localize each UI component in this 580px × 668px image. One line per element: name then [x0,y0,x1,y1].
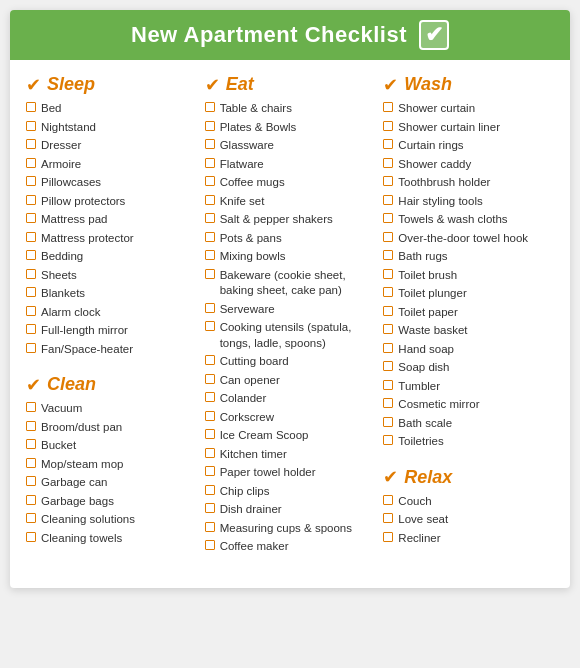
list-item: Pillowcases [26,175,197,191]
checkbox-icon[interactable] [383,306,393,316]
checkbox-icon[interactable] [383,195,393,205]
section-relax: ✔RelaxCouchLove seatRecliner [383,467,554,550]
checkbox-icon[interactable] [205,102,215,112]
list-item: Shower curtain [383,101,554,117]
checkbox-icon[interactable] [205,195,215,205]
checkbox-icon[interactable] [383,398,393,408]
checkbox-icon[interactable] [26,250,36,260]
checkbox-icon[interactable] [383,102,393,112]
checkbox-icon[interactable] [205,303,215,313]
item-text: Nightstand [41,120,197,136]
checkbox-icon[interactable] [205,466,215,476]
checkbox-icon[interactable] [205,121,215,131]
checkbox-icon[interactable] [26,232,36,242]
checkbox-icon[interactable] [205,213,215,223]
checkbox-icon[interactable] [205,374,215,384]
checkbox-icon[interactable] [383,435,393,445]
checkbox-icon[interactable] [383,176,393,186]
list-item: Garbage bags [26,494,197,510]
checkbox-icon[interactable] [26,213,36,223]
list-item: Couch [383,494,554,510]
checkbox-icon[interactable] [26,476,36,486]
checkbox-icon[interactable] [205,250,215,260]
section-title-eat: ✔Eat [205,74,376,95]
checkbox-icon[interactable] [383,380,393,390]
item-text: Toilet paper [398,305,554,321]
checkbox-icon[interactable] [26,343,36,353]
checkbox-icon[interactable] [205,158,215,168]
section-check-icon-eat: ✔ [205,76,220,94]
checkbox-icon[interactable] [383,121,393,131]
list-item: Nightstand [26,120,197,136]
item-text: Cleaning solutions [41,512,197,528]
section-name-wash: Wash [404,74,452,95]
checkbox-icon[interactable] [383,287,393,297]
checkbox-icon[interactable] [26,458,36,468]
checkbox-icon[interactable] [26,102,36,112]
checkbox-icon[interactable] [383,513,393,523]
checkbox-icon[interactable] [205,503,215,513]
checkbox-icon[interactable] [26,287,36,297]
checkbox-icon[interactable] [26,269,36,279]
checkbox-icon[interactable] [383,269,393,279]
item-text: Coffee maker [220,539,376,555]
checkbox-icon[interactable] [383,213,393,223]
checkbox-icon[interactable] [205,139,215,149]
checkbox-icon[interactable] [205,485,215,495]
item-text: Serveware [220,302,376,318]
checkbox-icon[interactable] [26,495,36,505]
checkbox-icon[interactable] [383,532,393,542]
checkbox-icon[interactable] [205,355,215,365]
checkbox-icon[interactable] [383,250,393,260]
list-item: Curtain rings [383,138,554,154]
checkbox-icon[interactable] [383,232,393,242]
checkbox-icon[interactable] [383,158,393,168]
list-item: Corkscrew [205,410,376,426]
checkbox-icon[interactable] [205,448,215,458]
checkbox-icon[interactable] [383,343,393,353]
checkbox-icon[interactable] [26,421,36,431]
checkbox-icon[interactable] [205,232,215,242]
checkbox-icon[interactable] [26,402,36,412]
checkbox-icon[interactable] [26,158,36,168]
item-text: Broom/dust pan [41,420,197,436]
checkbox-icon[interactable] [205,392,215,402]
checkbox-icon[interactable] [383,361,393,371]
list-item: Bucket [26,438,197,454]
item-text: Pots & pans [220,231,376,247]
checkbox-icon[interactable] [205,522,215,532]
item-text: Couch [398,494,554,510]
checkbox-icon[interactable] [26,195,36,205]
checkbox-icon[interactable] [26,139,36,149]
item-text: Garbage can [41,475,197,491]
checkbox-icon[interactable] [205,411,215,421]
list-item: Recliner [383,531,554,547]
item-text: Over-the-door towel hook [398,231,554,247]
item-text: Tumbler [398,379,554,395]
checkbox-icon[interactable] [205,176,215,186]
checkbox-icon[interactable] [26,439,36,449]
checkbox-icon[interactable] [383,495,393,505]
item-text: Garbage bags [41,494,197,510]
item-text: Cleaning towels [41,531,197,547]
list-item: Tumbler [383,379,554,395]
checkbox-icon[interactable] [205,321,215,331]
checkbox-icon[interactable] [26,121,36,131]
list-item: Toiletries [383,434,554,450]
checkbox-icon[interactable] [205,429,215,439]
checkbox-icon[interactable] [26,532,36,542]
item-text: Colander [220,391,376,407]
checkbox-icon[interactable] [205,269,215,279]
checkbox-icon[interactable] [26,513,36,523]
column-0: ✔SleepBedNightstandDresserArmoirePillowc… [26,74,197,572]
checkbox-icon[interactable] [26,324,36,334]
list-item: Cooking utensils (spatula, tongs, ladle,… [205,320,376,351]
checkbox-icon[interactable] [26,306,36,316]
checkbox-icon[interactable] [205,540,215,550]
checkbox-icon[interactable] [26,176,36,186]
list-item: Armoire [26,157,197,173]
checkbox-icon[interactable] [383,417,393,427]
item-text: Bakeware (cookie sheet, baking sheet, ca… [220,268,376,299]
checkbox-icon[interactable] [383,324,393,334]
checkbox-icon[interactable] [383,139,393,149]
